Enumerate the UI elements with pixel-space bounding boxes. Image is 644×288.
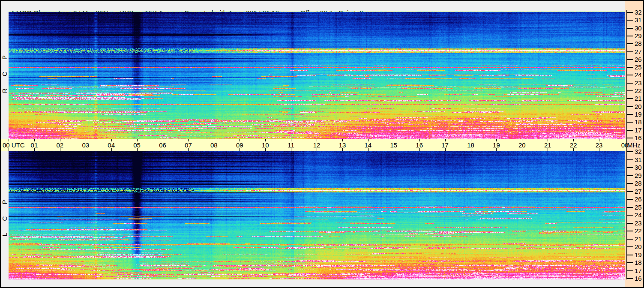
frequency-tick [626, 43, 633, 44]
time-tick-label: 11 [288, 141, 294, 149]
frequency-tick-label: 24 [635, 212, 644, 219]
frequency-tick [626, 75, 633, 75]
frequency-tick [626, 183, 633, 184]
frequency-tick-label: 21 [635, 95, 644, 102]
frequency-tick-label: 27 [635, 188, 644, 195]
time-tick-label: 15 [390, 141, 397, 149]
frequency-tick-label: 20 [635, 103, 644, 110]
time-tick [9, 139, 9, 141]
time-tick-label: 09 [236, 141, 243, 149]
frequency-tick [626, 90, 633, 91]
frequency-tick-label: 19 [635, 252, 644, 258]
spectrogram-viewer: AJ4CO Observatory 27 Mar 2015 - DPS on T… [0, 0, 644, 288]
frequency-tick-label: 26 [635, 196, 644, 203]
frequency-tick [626, 36, 633, 36]
time-tick-label: 23 [596, 141, 603, 149]
frequency-tick [626, 270, 633, 271]
frequency-tick [626, 151, 633, 152]
title-bar: AJ4CO Observatory 27 Mar 2015 - DPS on T… [3, 2, 363, 10]
frequency-tick [626, 138, 633, 138]
frequency-tick-label: 17 [635, 127, 644, 134]
time-tick-label: 06 [159, 141, 166, 149]
frequency-tick [626, 59, 633, 60]
frequency-tick [626, 122, 633, 123]
frequency-tick-label: 32 [635, 9, 644, 16]
rcp-panel-label: R C P [1, 37, 8, 106]
time-tick-label: 20 [518, 141, 526, 149]
time-tick [9, 148, 9, 151]
frequency-tick-label: 28 [635, 40, 644, 47]
frequency-tick-label: 28 [635, 180, 644, 187]
frequency-tick [626, 223, 633, 224]
frequency-tick [626, 67, 633, 68]
frequency-tick [626, 51, 633, 52]
frequency-tick-label: 21 [635, 236, 644, 243]
frequency-tick [626, 255, 633, 255]
frequency-tick [626, 114, 633, 115]
time-tick-label: 12 [313, 141, 321, 149]
lcp-spectrogram [9, 151, 625, 279]
frequency-tick [626, 207, 633, 208]
time-tick-label: 07 [185, 141, 192, 149]
frequency-tick-label: 32 [635, 148, 644, 155]
frequency-tick-label: 25 [635, 204, 644, 211]
frequency-tick [626, 231, 633, 231]
time-tick-label: 13 [339, 141, 346, 149]
frequency-tick-label: 19 [635, 111, 644, 118]
frequency-tick-label: 17 [635, 267, 644, 274]
time-tick-label: 01 [31, 141, 38, 149]
time-tick-label: 22 [570, 141, 577, 149]
frequency-tick [626, 191, 633, 192]
frequency-tick-label: 23 [635, 80, 644, 87]
frequency-tick [626, 20, 633, 21]
frequency-tick-label: 30 [635, 25, 644, 32]
frequency-tick [626, 278, 633, 279]
frequency-tick [626, 12, 633, 13]
rcp-spectrogram [9, 12, 625, 139]
frequency-tick-label: 29 [635, 33, 644, 39]
frequency-tick [626, 246, 633, 247]
frequency-tick [626, 106, 633, 107]
frequency-tick-label: 16 [635, 275, 644, 282]
frequency-tick-label: 16 [635, 135, 644, 141]
time-tick-label: 21 [544, 141, 551, 149]
frequency-tick-label: 22 [635, 87, 644, 94]
frequency-tick-label: 29 [635, 172, 644, 179]
frequency-tick-label: 27 [635, 48, 644, 55]
frequency-tick-label: 25 [635, 64, 644, 71]
frequency-tick [626, 98, 633, 99]
time-tick-label: 04 [108, 141, 115, 149]
lcp-panel-label: L C P [1, 181, 8, 250]
time-tick-label: 08 [210, 141, 218, 149]
time-tick-label: 03 [82, 141, 89, 149]
frequency-tick-label: 18 [635, 259, 644, 266]
time-tick-label: 02 [56, 141, 63, 149]
frequency-tick-label: 24 [635, 72, 644, 78]
frequency-tick [626, 159, 633, 160]
frequency-tick [626, 28, 633, 29]
frequency-tick [626, 262, 633, 263]
time-tick-label: 18 [467, 141, 474, 149]
frequency-tick [626, 215, 633, 216]
frequency-tick [626, 167, 633, 168]
frequency-tick [626, 239, 633, 240]
time-tick [625, 139, 625, 141]
frequency-tick-label: 26 [635, 56, 644, 63]
time-tick-label: 16 [416, 141, 423, 149]
frequency-tick-label: 20 [635, 243, 644, 250]
frequency-tick-label: 23 [635, 220, 644, 227]
frequency-tick-label: 18 [635, 119, 644, 126]
frequency-tick [626, 83, 633, 84]
frequency-tick [626, 175, 633, 176]
time-first-label: 00 UTC [3, 141, 25, 149]
frequency-tick-label: 22 [635, 228, 644, 234]
frequency-tick-label: 31 [635, 17, 644, 24]
frequency-tick [626, 199, 633, 200]
time-tick-label: 14 [364, 141, 371, 149]
frequency-tick-label: 31 [635, 156, 644, 163]
time-tick-label: 10 [262, 141, 269, 149]
frequency-tick-label: 30 [635, 164, 644, 171]
time-tick-label: 17 [441, 141, 449, 149]
time-tick [625, 148, 625, 151]
time-axis: 00 UTC 00 010203040506070809101112131415… [1, 139, 626, 151]
